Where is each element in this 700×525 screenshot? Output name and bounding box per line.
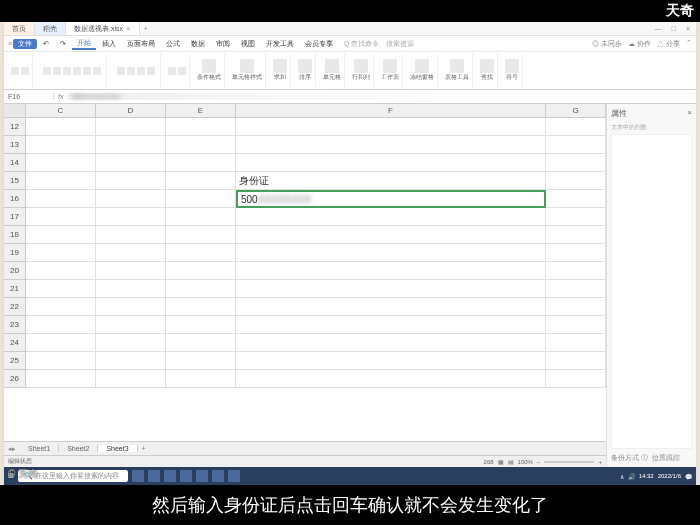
col-header-f[interactable]: F: [236, 104, 546, 118]
cell-F25[interactable]: [236, 352, 546, 370]
maximize-icon[interactable]: □: [672, 25, 676, 32]
sheet-tab-1[interactable]: Sheet1: [20, 445, 59, 452]
cell-D25[interactable]: [96, 352, 166, 370]
cell-C13[interactable]: [26, 136, 96, 154]
menu-review[interactable]: 审阅: [211, 39, 235, 49]
menu-formula[interactable]: 公式: [161, 39, 185, 49]
cell-G22[interactable]: [546, 298, 606, 316]
cell-C12[interactable]: [26, 118, 96, 136]
cell-F16[interactable]: 500XXXXXXXX: [236, 190, 546, 208]
menu-data[interactable]: 数据: [186, 39, 210, 49]
row-header[interactable]: 19: [4, 244, 26, 262]
cell-D23[interactable]: [96, 316, 166, 334]
tray-date[interactable]: 2022/1/6: [658, 473, 681, 479]
cell-D22[interactable]: [96, 298, 166, 316]
sheet-tab-2[interactable]: Sheet2: [59, 445, 98, 452]
sheet-tab-3[interactable]: Sheet3: [98, 445, 137, 452]
name-box[interactable]: F16: [4, 93, 54, 100]
zoom-in-button[interactable]: +: [598, 459, 602, 465]
tray-icon[interactable]: 💬: [685, 473, 692, 480]
ribbon-sheet[interactable]: 工作表: [378, 54, 403, 87]
cell-E18[interactable]: [166, 226, 236, 244]
menu-undo-icon[interactable]: ↶: [38, 40, 54, 48]
cell-G14[interactable]: [546, 154, 606, 172]
cell-D21[interactable]: [96, 280, 166, 298]
cell-C18[interactable]: [26, 226, 96, 244]
cell-C14[interactable]: [26, 154, 96, 172]
row-header[interactable]: 12: [4, 118, 26, 136]
taskbar-app-icon[interactable]: [228, 470, 240, 482]
cell-F12[interactable]: [236, 118, 546, 136]
tray-time[interactable]: 14:32: [639, 473, 654, 479]
panel-close-icon[interactable]: ×: [687, 108, 692, 119]
cell-C24[interactable]: [26, 334, 96, 352]
menu-file[interactable]: 文件: [13, 39, 37, 49]
cell-G15[interactable]: [546, 172, 606, 190]
tab-document[interactable]: 数据透视表.xlsx×: [66, 22, 140, 35]
view-icon[interactable]: ▤: [508, 458, 514, 465]
row-header[interactable]: 25: [4, 352, 26, 370]
cell-F14[interactable]: [236, 154, 546, 172]
tab-home[interactable]: 首页: [4, 22, 35, 35]
menu-icon[interactable]: ≡: [8, 40, 12, 47]
cell-D26[interactable]: [96, 370, 166, 388]
cell-D19[interactable]: [96, 244, 166, 262]
row-header[interactable]: 14: [4, 154, 26, 172]
taskbar-app-icon[interactable]: [132, 470, 144, 482]
cell-E21[interactable]: [166, 280, 236, 298]
new-tab-button[interactable]: +: [140, 25, 152, 32]
panel-footer-item[interactable]: 备份方式 ⓘ: [611, 453, 648, 463]
cell-F23[interactable]: [236, 316, 546, 334]
taskbar-app-icon[interactable]: [212, 470, 224, 482]
cell-G21[interactable]: [546, 280, 606, 298]
cell-D18[interactable]: [96, 226, 166, 244]
menu-layout[interactable]: 页面布局: [122, 39, 160, 49]
taskbar-app-icon[interactable]: [148, 470, 160, 482]
ribbon-font[interactable]: [37, 54, 107, 87]
cell-E22[interactable]: [166, 298, 236, 316]
ribbon-cellstyle[interactable]: 单元格样式: [229, 54, 266, 87]
cell-D24[interactable]: [96, 334, 166, 352]
cell-C23[interactable]: [26, 316, 96, 334]
share-button[interactable]: △ 分享: [657, 39, 680, 49]
panel-footer-item[interactable]: 位置跟踪: [652, 453, 680, 463]
cell-D12[interactable]: [96, 118, 166, 136]
cell-E25[interactable]: [166, 352, 236, 370]
menu-search[interactable]: Q 查找命令、搜索资源: [339, 39, 419, 49]
ribbon-sum[interactable]: 求和: [270, 54, 291, 87]
col-header-g[interactable]: G: [546, 104, 606, 118]
cell-G13[interactable]: [546, 136, 606, 154]
tray-icon[interactable]: 🔊: [628, 473, 635, 480]
cell-D15[interactable]: [96, 172, 166, 190]
close-icon[interactable]: ×: [126, 24, 131, 33]
cell-G26[interactable]: [546, 370, 606, 388]
col-header-d[interactable]: D: [96, 104, 166, 118]
cell-C17[interactable]: [26, 208, 96, 226]
ribbon-align[interactable]: [111, 54, 161, 87]
cell-E15[interactable]: [166, 172, 236, 190]
cell-E24[interactable]: [166, 334, 236, 352]
ribbon-table[interactable]: 表格工具: [442, 54, 473, 87]
menu-view[interactable]: 视图: [236, 39, 260, 49]
cell-F24[interactable]: [236, 334, 546, 352]
close-icon[interactable]: ×: [686, 25, 690, 32]
cell-D14[interactable]: [96, 154, 166, 172]
cell-E14[interactable]: [166, 154, 236, 172]
add-sheet-button[interactable]: +: [138, 445, 150, 452]
zoom-out-button[interactable]: −: [537, 459, 541, 465]
row-header[interactable]: 17: [4, 208, 26, 226]
tray-icon[interactable]: ∧: [620, 473, 624, 480]
cell-E16[interactable]: [166, 190, 236, 208]
tab-docer[interactable]: 稻壳: [35, 22, 66, 35]
sheet-nav-icon[interactable]: ◂▸: [4, 445, 20, 453]
collab-button[interactable]: ☁ 协作: [628, 39, 651, 49]
cell-F13[interactable]: [236, 136, 546, 154]
cell-D13[interactable]: [96, 136, 166, 154]
cell-C22[interactable]: [26, 298, 96, 316]
cell-F21[interactable]: [236, 280, 546, 298]
ribbon-find[interactable]: 查找: [477, 54, 498, 87]
cell-E26[interactable]: [166, 370, 236, 388]
row-header[interactable]: 23: [4, 316, 26, 334]
menu-member[interactable]: 会员专享: [300, 39, 338, 49]
row-header[interactable]: 21: [4, 280, 26, 298]
